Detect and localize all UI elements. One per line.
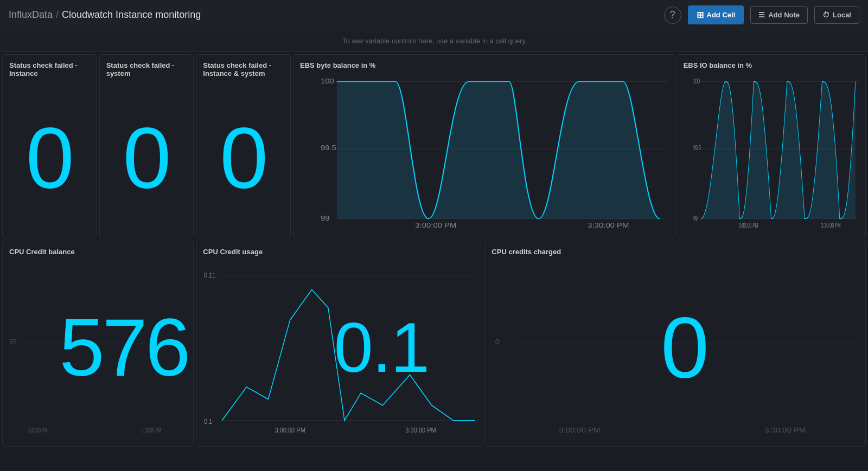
y-label-mid: 99.5 [321,144,336,151]
dashboard: Status check failed - Instance 0 Status … [0,52,868,471]
svg-text:3:00:00 PM: 3:00:00 PM [275,427,305,434]
cpu-credit-usage-cell: CPU Credit usage 0.1 0.11 0.1 3:00:00 PM… [196,241,482,447]
svg-text:3:30:00 PM: 3:30:00 PM [406,427,436,434]
time-end-label: 3:30:00 PM [821,222,840,228]
header-title: InfluxData / Cloudwatch Instance monitor… [9,9,201,21]
time-end-label: 3:30:00 PM [588,222,629,228]
ebs-io-chart-wrapper: 100 99.5 99 3:00:00 PM 3:30:00 PM [684,73,859,228]
cpu-charged-chart-wrapper: 0 0 3:00:00 PM 3:30:00 PM [492,259,859,436]
variable-bar: To see variable controls here, use a var… [0,30,868,52]
org-name: InfluxData [9,9,53,21]
add-note-icon: ☰ [758,11,765,19]
add-note-button[interactable]: ☰ Add Note [750,6,808,24]
cpu-credit-balance-chart-wrapper: 576 576 3:00:00 PM 3:30:00 PM [9,259,187,436]
svg-text:3:30:00 PM: 3:30:00 PM [765,427,806,435]
add-cell-button[interactable]: ⊞ Add Cell [688,5,744,24]
cpu-credit-usage-title: CPU Credit usage [203,248,475,256]
cpu-charged-value: 0 [661,298,709,397]
ebs-byte-area [337,82,660,219]
add-cell-icon: ⊞ [697,10,704,20]
ebs-byte-chart: 100 99.5 99 3:00:00 PM 3:30:00 PM [300,73,667,228]
svg-text:3:00:00 PM: 3:00:00 PM [559,427,601,435]
help-button[interactable]: ? [664,7,681,24]
status-both-title: Status check failed - Instance & system [203,61,284,78]
header-actions: ? ⊞ Add Cell ☰ Add Note ⏱ Local [664,5,859,24]
ebs-byte-title: EBS byte balance in % [300,61,667,69]
svg-text:576: 576 [10,338,16,345]
status-both-cell: Status check failed - Instance & system … [196,54,291,238]
y-label-mid: 99.5 [693,144,701,151]
time-start-label: 3:00:00 PM [415,222,456,228]
breadcrumb-separator: / [56,9,59,21]
variable-bar-message: To see variable controls here, use a var… [342,37,526,45]
status-instance-cell: Status check failed - Instance 0 [2,54,97,238]
y-label-max: 100 [693,78,700,85]
svg-text:3:30:00 PM: 3:30:00 PM [141,427,161,434]
local-icon: ⏱ [822,11,829,19]
status-instance-value: 0 [9,81,90,235]
svg-text:0.1: 0.1 [204,417,212,425]
status-system-value: 0 [106,81,187,235]
local-button[interactable]: ⏱ Local [814,6,859,24]
ebs-io-area [701,82,856,219]
y-label-min: 99 [321,215,330,222]
time-start-label: 3:00:00 PM [738,222,758,228]
ebs-io-chart: 100 99.5 99 3:00:00 PM 3:30:00 PM [684,73,859,228]
ebs-io-cell: EBS IO balance in % 100 99.5 99 3:00:00 … [676,54,866,238]
svg-text:3:00:00 PM: 3:00:00 PM [28,427,48,434]
ebs-byte-chart-wrapper: 100 99.5 99 3:00:00 PM 3:30:00 PM [300,73,667,228]
ebs-io-title: EBS IO balance in % [684,61,859,69]
cpu-credit-balance-value: 576 [59,301,188,395]
status-system-cell: Status check failed - system 0 [99,54,194,238]
cpu-credit-balance-title: CPU Credit balance [9,248,187,256]
y-label-min: 99 [693,215,698,222]
svg-text:0: 0 [495,339,500,346]
y-label-max: 100 [321,78,334,85]
header: InfluxData / Cloudwatch Instance monitor… [0,0,868,30]
cpu-credit-usage-chart-wrapper: 0.1 0.11 0.1 3:00:00 PM 3:30:00 PM [203,259,475,436]
cpu-charged-cell: CPU credits charged 0 0 3:00:00 PM 3:30:… [484,241,866,447]
cpu-credit-balance-cell: CPU Credit balance 576 576 3:00:00 PM 3:… [2,241,194,447]
svg-text:0.11: 0.11 [204,271,215,279]
dashboard-title: Cloudwatch Instance monitoring [62,9,201,21]
status-both-value: 0 [203,81,284,235]
cpu-credit-usage-value: 0.1 [334,307,429,388]
status-instance-title: Status check failed - Instance [9,61,90,78]
cpu-charged-title: CPU credits charged [492,248,859,256]
status-system-title: Status check failed - system [106,61,187,78]
ebs-byte-cell: EBS byte balance in % 100 99.5 99 3:00:0… [293,54,674,238]
